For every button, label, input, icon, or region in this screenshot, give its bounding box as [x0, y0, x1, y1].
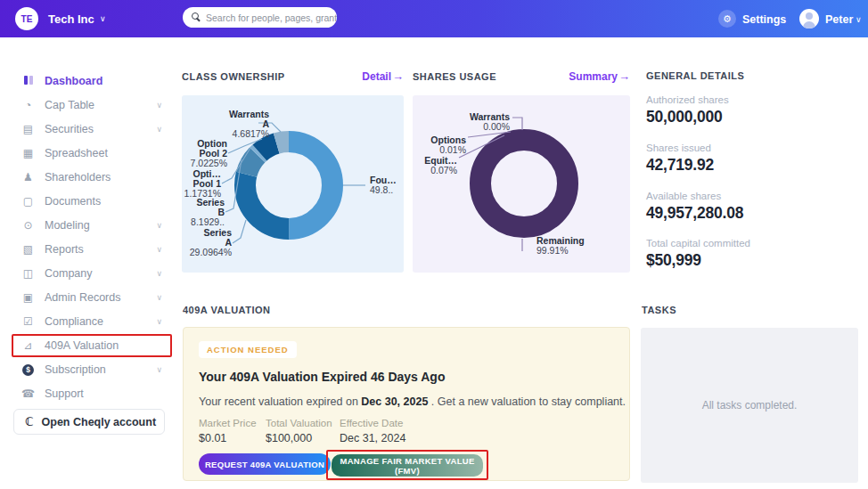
- valuation-icon: ⊿: [21, 339, 35, 352]
- sidebar-item-label: Modeling: [45, 219, 90, 232]
- company-avatar[interactable]: TE: [15, 7, 38, 30]
- class-ownership-title: CLASS OWNERSHIP: [182, 71, 285, 82]
- valuation-alert-card: ACTION NEEDED Your 409A Valuation Expire…: [183, 327, 630, 481]
- shares-usage-title: SHARES USAGE: [413, 71, 496, 82]
- sidebar-item-label: Admin Records: [45, 291, 120, 304]
- modeling-icon: ⊙: [21, 219, 35, 232]
- action-needed-badge: ACTION NEEDED: [199, 341, 297, 358]
- chevron-down-icon[interactable]: ∨: [156, 269, 162, 278]
- sidebar-item-shareholders[interactable]: ♟Shareholders: [0, 165, 178, 189]
- compliance-icon: ☑: [21, 315, 35, 328]
- sidebar-item-label: 409A Valuation: [45, 339, 119, 352]
- expired-date: Dec 30, 2025: [361, 395, 428, 408]
- chart-label: Series B 8.1929..: [191, 198, 225, 227]
- chart-label: Warrants A 4.6817%: [229, 110, 269, 139]
- user-avatar[interactable]: [799, 9, 819, 29]
- shares-usage-chart: Warrants 0.00% Options 0.01% Equit… 0.07…: [413, 95, 630, 273]
- sidebar-item-label: Dashboard: [45, 75, 102, 87]
- arrow-right-icon: →: [618, 69, 630, 83]
- chevron-down-icon[interactable]: ∨: [156, 317, 162, 326]
- class-ownership-donut[interactable]: [245, 142, 332, 229]
- valuation-headline: Your 409A Valuation Expired 46 Days Ago: [199, 370, 445, 384]
- top-header-bar: TE Tech Inc ∨ ⚙ Settings Peter ∨: [0, 0, 868, 37]
- tasks-empty-message: All tasks completed.: [702, 399, 798, 412]
- sidebar-item-dashboard[interactable]: Dashboard: [0, 69, 178, 93]
- manage-fmv-button[interactable]: MANAGE FAIR MARKET VALUE (FMV): [332, 454, 483, 477]
- chart-label: Options 0.01%: [430, 135, 466, 155]
- sidebar-item-label: Shareholders: [45, 171, 111, 183]
- valuation-section-title: 409A VALUATION: [183, 305, 270, 315]
- stat-market-price: Market Price $0.01: [199, 418, 257, 444]
- donut-slice-remaining[interactable]: [480, 140, 568, 227]
- chevron-down-icon[interactable]: ∨: [156, 293, 162, 302]
- sidebar-item-409a-valuation[interactable]: ⊿409A Valuation: [0, 333, 178, 357]
- sidebar-item-label: Spreadsheet: [45, 147, 108, 159]
- cheqly-logo-icon: ℂ: [25, 415, 34, 428]
- chart-label: Equit… 0.07%: [424, 156, 457, 175]
- sidebar-item-compliance[interactable]: ☑Compliance∨: [0, 309, 178, 333]
- chevron-down-icon[interactable]: ∨: [156, 221, 162, 230]
- chevron-down-icon[interactable]: ∨: [156, 245, 162, 254]
- search-input[interactable]: [183, 7, 337, 28]
- valuation-body-text: Your recent valuation expired on Dec 30,…: [199, 395, 626, 408]
- stat-shares-issued: Shares issued 42,719.92: [646, 143, 714, 175]
- arrow-right-icon: →: [392, 69, 404, 83]
- stat-total-valuation: Total Valuation $100,000: [266, 418, 332, 444]
- chart-label: Opti… Pool 1 1.1731%: [184, 169, 221, 199]
- chevron-down-icon[interactable]: ∨: [156, 101, 162, 110]
- sidebar-item-subscription[interactable]: $Subscription∨: [0, 357, 178, 381]
- shares-usage-summary-link[interactable]: Summary→: [569, 69, 630, 83]
- stat-authorized-shares: Authorized shares 50,000,000: [646, 94, 729, 126]
- chevron-down-icon[interactable]: ∨: [100, 14, 106, 23]
- cap-table-icon: ◔: [21, 99, 35, 111]
- stat-available-shares: Available shares 49,957,280.08: [646, 191, 743, 223]
- sidebar-item-label: Securities: [45, 123, 94, 135]
- tasks-panel: All tasks completed.: [641, 328, 858, 483]
- chart-label: Series A 29.0964%: [190, 228, 232, 257]
- admin-records-icon: ▣: [21, 291, 35, 304]
- global-search: [183, 7, 337, 28]
- class-ownership-detail-link[interactable]: Detail→: [362, 69, 404, 83]
- gear-icon[interactable]: ⚙: [718, 10, 736, 28]
- sidebar-item-label: Compliance: [45, 315, 103, 328]
- sidebar-item-admin-records[interactable]: ▣Admin Records∨: [0, 285, 178, 309]
- sidebar-item-company[interactable]: ◫Company∨: [0, 261, 178, 285]
- sidebar-item-label: Subscription: [45, 363, 106, 376]
- spreadsheet-icon: ▦: [21, 147, 35, 159]
- sidebar-item-label: Company: [45, 267, 93, 280]
- user-menu[interactable]: Peter: [825, 13, 853, 26]
- sidebar-item-cap-table[interactable]: ◔Cap Table∨: [0, 93, 178, 117]
- company-icon: ◫: [21, 267, 35, 280]
- chevron-down-icon[interactable]: ∨: [856, 15, 862, 24]
- shareholders-icon: ♟: [21, 171, 35, 183]
- sidebar-item-modeling[interactable]: ⊙Modeling∨: [0, 213, 178, 237]
- chevron-down-icon[interactable]: ∨: [156, 125, 162, 134]
- support-icon: ☎: [21, 387, 35, 400]
- subscription-icon: $: [21, 363, 35, 376]
- sidebar-item-securities[interactable]: ▤Securities∨: [0, 117, 178, 141]
- sidebar-item-spreadsheet[interactable]: ▦Spreadsheet: [0, 141, 178, 165]
- shares-usage-donut[interactable]: [480, 140, 568, 227]
- account-button-label: Open Cheqly account: [42, 416, 157, 428]
- sidebar: Dashboard◔Cap Table∨▤Securities∨▦Spreads…: [0, 37, 178, 489]
- sidebar-item-label: Cap Table: [45, 99, 94, 111]
- chart-label: Remaining 99.91%: [536, 236, 585, 256]
- sidebar-item-reports[interactable]: ▧Reports∨: [0, 237, 178, 261]
- class-ownership-chart: Fou… 49.8.. Series A 29.0964% Series B 8…: [182, 95, 404, 273]
- company-switcher[interactable]: Tech Inc: [48, 12, 94, 26]
- open-cheqly-account-button[interactable]: ℂ Open Cheqly account: [13, 409, 165, 435]
- dashboard-icon: [21, 75, 35, 87]
- settings-button[interactable]: Settings: [742, 13, 786, 26]
- sidebar-item-label: Support: [45, 387, 84, 400]
- sidebar-item-label: Reports: [45, 243, 84, 256]
- sidebar-item-support[interactable]: ☎Support: [0, 381, 178, 405]
- chevron-down-icon[interactable]: ∨: [156, 365, 162, 374]
- sidebar-nav: Dashboard◔Cap Table∨▤Securities∨▦Spreads…: [0, 37, 178, 405]
- reports-icon: ▧: [21, 243, 35, 256]
- chart-label: Warrants 0.00%: [470, 112, 510, 132]
- securities-icon: ▤: [21, 123, 35, 135]
- sidebar-item-label: Documents: [45, 195, 101, 208]
- request-409a-valuation-button[interactable]: REQUEST 409A VALUATION: [199, 453, 331, 475]
- sidebar-item-documents[interactable]: ▢Documents: [0, 189, 178, 213]
- stat-total-capital-committed: Total capital committed $50,999: [646, 238, 750, 270]
